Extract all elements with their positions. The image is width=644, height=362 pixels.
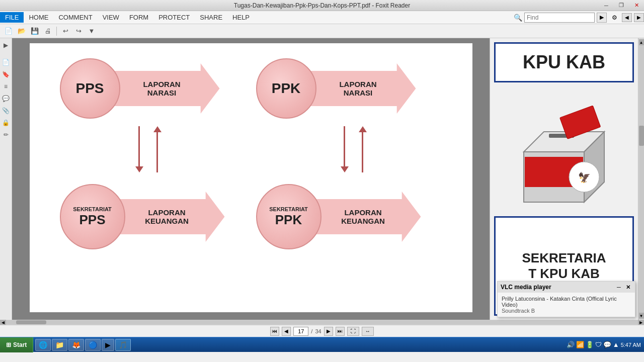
taskbar-items: 🌐 📁 🦊 🔵 ▶ 🎵 — [33, 339, 133, 351]
scroll-track[interactable] — [639, 45, 644, 313]
ballot-box-image: 🦅 — [494, 86, 634, 212]
nav-next[interactable]: ▶ — [324, 327, 333, 336]
page-sep: / — [311, 328, 312, 334]
nav-prev[interactable]: ◀ — [282, 327, 291, 336]
total-pages: 34 — [315, 328, 321, 334]
nav-next-button[interactable]: ▶ — [634, 13, 644, 22]
hscroll-right[interactable]: ▶ — [638, 320, 644, 325]
vlc-close[interactable]: ✕ — [624, 283, 632, 291]
taskbar-app4[interactable]: 🔵 — [85, 339, 101, 351]
main-area: ▶ 📄 🔖 ≡ 💬 📎 🔒 ✏ PPS LAPORANNARASI PPK LA… — [0, 38, 644, 320]
menu-help[interactable]: HELP — [227, 12, 255, 23]
vlc-header: VLC media player ─ ✕ — [498, 282, 635, 293]
toolbar-undo[interactable]: ↩ — [60, 26, 71, 37]
ppk-circle: PPK — [256, 58, 316, 119]
tray-icon-6: ▲ — [613, 341, 619, 348]
pdf-area[interactable]: PPS LAPORANNARASI PPK LAPORANNARASI — [12, 38, 490, 320]
menu-share[interactable]: SHARE — [195, 12, 227, 23]
start-button[interactable]: ⊞ Start — [0, 337, 33, 352]
nav-last[interactable]: ⏭ — [336, 327, 345, 336]
system-tray: 🔊 📶 🔋 🛡 💬 ▲ 5:47 AM — [564, 341, 644, 348]
toolbar-print[interactable]: 🖨 — [42, 26, 53, 37]
minimize-button[interactable]: ─ — [599, 0, 614, 11]
menu-home[interactable]: HOME — [24, 12, 53, 23]
ballot-box-svg: 🦅 — [504, 92, 624, 207]
pps-flow: PPS LAPORANNARASI — [60, 58, 220, 119]
toolbar-open[interactable]: 📂 — [16, 26, 27, 37]
menu-form[interactable]: FORM — [124, 12, 153, 23]
sidebar-arrow[interactable]: ▶ — [1, 40, 11, 50]
toolbar-sep1 — [56, 27, 57, 36]
find-next-button[interactable]: ▶ — [597, 13, 607, 23]
arrow-down-right-head — [341, 166, 349, 172]
toolbar: 📄 📂 💾 🖨 ↩ ↪ ▼ — [0, 24, 644, 38]
vlc-title: VLC media player — [501, 284, 551, 291]
close-button[interactable]: ✕ — [629, 0, 644, 11]
taskbar-ie[interactable]: 🌐 — [35, 339, 51, 351]
arrow-up-right-head — [359, 126, 367, 132]
hscrollbar[interactable]: ◀ ▶ — [0, 320, 644, 325]
sek-pps-arrow: LAPORANKEUANGAN — [119, 192, 225, 242]
sek-ppk-flow: SEKRETARIAT PPK LAPORANKEUANGAN — [256, 184, 421, 249]
nav-fit-page[interactable]: ⛶ — [347, 327, 359, 336]
hscroll-track[interactable] — [6, 320, 638, 324]
hscroll-thumb[interactable] — [16, 320, 46, 324]
pdf-page: PPS LAPORANNARASI PPK LAPORANNARASI — [30, 43, 472, 312]
toolbar-new[interactable]: 📄 — [3, 26, 14, 37]
taskbar-explorer[interactable]: 📁 — [52, 339, 67, 351]
svg-text:🦅: 🦅 — [578, 171, 591, 184]
sidebar-page[interactable]: 📄 — [1, 57, 11, 67]
taskbar-vlc[interactable]: ▶ — [102, 339, 114, 351]
sidebar-attach[interactable]: 📎 — [1, 106, 11, 116]
menu-file[interactable]: FILE — [0, 12, 24, 23]
arrow-up-head — [153, 126, 162, 132]
menu-protect[interactable]: PROTECT — [153, 12, 195, 23]
vert-arrows-right — [341, 126, 367, 172]
arrow-down-line — [138, 126, 140, 166]
menubar: FILE HOME COMMENT VIEW FORM PROTECT SHAR… — [0, 11, 644, 24]
left-sidebar: ▶ 📄 🔖 ≡ 💬 📎 🔒 ✏ — [0, 38, 12, 320]
find-input[interactable] — [524, 13, 595, 23]
taskbar: ⊞ Start 🌐 📁 🦊 🔵 ▶ 🎵 🔊 📶 🔋 🛡 💬 ▲ 5:47 AM — [0, 337, 644, 352]
arrow-down-left — [135, 126, 143, 172]
vlc-source: Soundtrack B — [502, 308, 631, 314]
vlc-body: Prilly Latuconsina - Katakan Cinta (Offi… — [498, 293, 635, 317]
scroll-thumb[interactable] — [639, 126, 644, 146]
kpu-kab-box: KPU KAB — [494, 42, 634, 82]
menu-view[interactable]: VIEW — [98, 12, 124, 23]
vlc-controls: ─ ✕ — [615, 283, 632, 291]
sidebar-layers[interactable]: ≡ — [1, 81, 11, 92]
sidebar-bookmark[interactable]: 🔖 — [1, 69, 11, 79]
toolbar-redo[interactable]: ↪ — [73, 26, 84, 37]
arrow-down-right-line — [344, 126, 345, 166]
hscroll-left[interactable]: ◀ — [0, 320, 6, 325]
nav-prev-button[interactable]: ◀ — [622, 13, 632, 22]
arrow-up-left — [153, 126, 162, 172]
sekretariat-kpu-label: SEKRETARIAT KPU KAB — [522, 250, 606, 282]
toolbar-save[interactable]: 💾 — [29, 26, 40, 37]
sek-pps-circle: SEKRETARIAT PPS — [60, 184, 125, 249]
titlebar: Tugas-Dan-Kewajiban-Ppk-Pps-Dan-Kops-PPT… — [0, 0, 644, 11]
scroll-down-btn[interactable]: ▼ — [639, 313, 644, 319]
sidebar-pen[interactable]: ✏ — [1, 130, 11, 140]
sidebar-lock[interactable]: 🔒 — [1, 118, 11, 128]
nav-first[interactable]: ⏮ — [270, 327, 279, 336]
settings-button[interactable]: ⚙ — [609, 12, 620, 23]
vert-arrows-left — [135, 126, 162, 172]
clock: 5:47 AM — [621, 342, 641, 348]
sek-pps-flow: SEKRETARIAT PPS LAPORANKEUANGAN — [60, 184, 225, 249]
taskbar-firefox[interactable]: 🦊 — [68, 339, 84, 351]
right-scrollbar[interactable]: ▲ ▼ — [638, 38, 644, 320]
tray-icon-3: 🔋 — [586, 341, 594, 348]
page-input[interactable] — [293, 327, 308, 336]
sidebar-comment[interactable]: 💬 — [1, 94, 11, 104]
toolbar-dropdown[interactable]: ▼ — [86, 26, 97, 37]
menu-comment[interactable]: COMMENT — [53, 12, 97, 23]
nav-fit-width[interactable]: ↔ — [362, 327, 374, 336]
tray-icon-4: 🛡 — [595, 341, 602, 348]
vlc-minimize[interactable]: ─ — [615, 283, 623, 291]
scroll-up-btn[interactable]: ▲ — [639, 39, 644, 45]
taskbar-music[interactable]: 🎵 — [115, 339, 131, 351]
restore-button[interactable]: ❐ — [614, 0, 629, 11]
titlebar-controls: ─ ❐ ✕ — [599, 0, 644, 11]
